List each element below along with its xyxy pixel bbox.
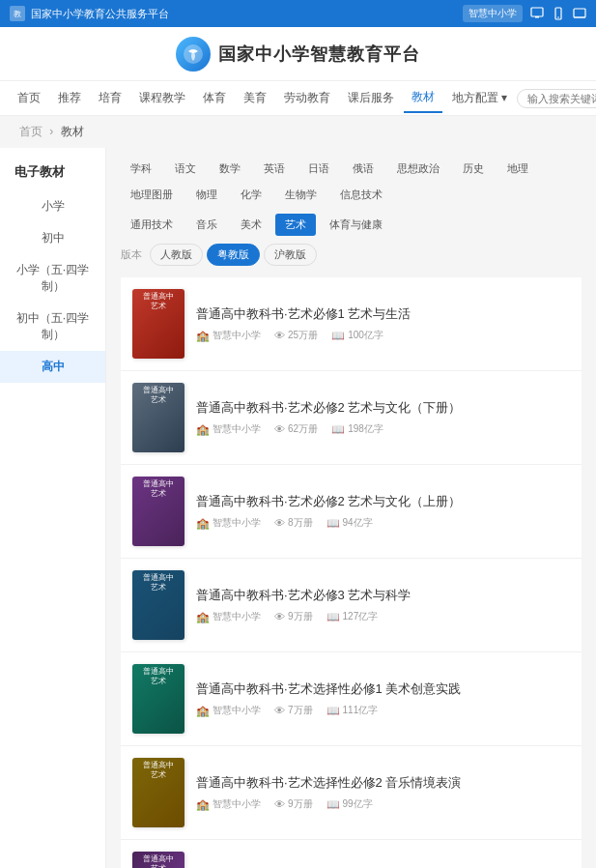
tab-pe[interactable]: 体育与健康: [320, 214, 392, 236]
views: 👁25万册: [274, 329, 318, 342]
size: 📖127亿字: [326, 610, 379, 623]
publisher: 🏫智慧中小学: [196, 797, 261, 811]
tab-chemistry[interactable]: 化学: [231, 184, 271, 206]
book-title: 普通高中教科书·艺术必修1 艺术与生活: [196, 305, 570, 323]
nav-after-school[interactable]: 课后服务: [340, 84, 402, 112]
tab-fine-arts[interactable]: 美术: [231, 214, 271, 236]
book-cover: 普通高中艺术: [132, 289, 184, 359]
tab-japanese[interactable]: 日语: [298, 158, 339, 180]
book-item[interactable]: 普通高中艺术 普通高中教科书·艺术必修2 艺术与文化（下册） 🏫智慧中小学 👁6…: [121, 371, 582, 465]
version-label: 版本: [121, 247, 142, 262]
sidebar-item-middle-54[interactable]: 初中（五·四学制）: [0, 303, 105, 351]
size: 📖100亿字: [331, 329, 383, 342]
tab-chinese[interactable]: 语文: [165, 158, 206, 180]
version-yuejiaoban[interactable]: 粤教版: [207, 244, 260, 266]
nav-textbook[interactable]: 教材: [404, 83, 442, 113]
nav-arts[interactable]: 美育: [236, 84, 274, 112]
book-meta: 🏫智慧中小学 👁9万册 📖99亿字: [196, 797, 570, 811]
book-info: 普通高中教科书·艺术必修2 艺术与文化（下册） 🏫智慧中小学 👁62万册 📖19…: [196, 399, 570, 436]
book-meta: 🏫智慧中小学 👁7万册 📖111亿字: [196, 704, 570, 717]
sidebar-item-middle[interactable]: 初中: [0, 222, 105, 254]
logo-area: 国家中小学智慧教育平台: [176, 37, 420, 72]
tab-history[interactable]: 历史: [453, 158, 494, 180]
svg-text:教: 教: [14, 10, 21, 18]
book-cover: 普通高中艺术: [132, 477, 184, 546]
size: 📖99亿字: [326, 797, 373, 811]
publisher: 🏫智慧中小学: [196, 610, 261, 623]
book-meta: 🏫智慧中小学 👁9万册 📖127亿字: [196, 610, 570, 623]
book-item[interactable]: 普通高中艺术 普通高中教科书·艺术选择性必修3 舞蹈创编与表演 🏫智慧中小学 👁…: [121, 840, 582, 868]
search-input[interactable]: [517, 89, 596, 108]
nav-labor[interactable]: 劳动教育: [276, 84, 338, 112]
views: 👁8万册: [274, 516, 313, 530]
size: 📖94亿字: [326, 516, 373, 530]
svg-rect-3: [535, 16, 539, 18]
tab-geo-atlas[interactable]: 地理图册: [121, 184, 183, 206]
smart-school-btn[interactable]: 智慧中小学: [463, 5, 523, 22]
sidebar-item-elementary-54[interactable]: 小学（五·四学制）: [0, 254, 105, 303]
sidebar: 电子教材 小学 初中 小学（五·四学制） 初中（五·四学制） 高中: [0, 148, 106, 868]
tab-subject[interactable]: 学科: [121, 158, 161, 180]
book-info: 普通高中教科书·艺术必修3 艺术与科学 🏫智慧中小学 👁9万册 📖127亿字: [196, 587, 570, 623]
sidebar-item-high[interactable]: 高中: [0, 351, 105, 383]
size: 📖198亿字: [331, 422, 383, 436]
tab-art[interactable]: 艺术: [275, 214, 316, 236]
top-bar-title: 国家中小学教育公共服务平台: [31, 7, 169, 21]
tab-english[interactable]: 英语: [254, 158, 295, 180]
views: 👁9万册: [274, 610, 313, 623]
nav-cultivate[interactable]: 培育: [91, 84, 129, 112]
cover-label: 普通高中艺术: [132, 477, 184, 503]
nav-sports[interactable]: 体育: [195, 84, 234, 112]
nav-home[interactable]: 首页: [10, 84, 48, 112]
phone-icon: [552, 7, 565, 20]
version-hujiaoban[interactable]: 沪教版: [264, 244, 317, 266]
nav-curriculum[interactable]: 课程教学: [131, 84, 193, 112]
book-item[interactable]: 普通高中艺术 普通高中教科书·艺术选择性必修2 音乐情境表演 🏫智慧中小学 👁9…: [121, 746, 582, 840]
svg-point-5: [557, 16, 559, 18]
subject-tabs: 学科 语文 数学 英语 日语 俄语 思想政治 历史 地理 地理图册 物理 化学 …: [121, 158, 582, 206]
publisher: 🏫智慧中小学: [196, 422, 261, 436]
book-item[interactable]: 普通高中艺术 普通高中教科书·艺术必修2 艺术与文化（上册） 🏫智慧中小学 👁8…: [121, 465, 582, 559]
breadcrumb: 首页 › 教材: [0, 116, 596, 148]
tab-physics[interactable]: 物理: [186, 184, 227, 206]
nav-local[interactable]: 地方配置 ▾: [444, 84, 515, 112]
tab-politics[interactable]: 思想政治: [387, 158, 449, 180]
tab-biology[interactable]: 生物学: [275, 184, 326, 206]
book-item[interactable]: 普通高中艺术 普通高中教科书·艺术必修3 艺术与科学 🏫智慧中小学 👁9万册 📖…: [121, 559, 582, 652]
content: 电子教材 小学 初中 小学（五·四学制） 初中（五·四学制） 高中 学科 语文 …: [0, 148, 596, 868]
logo-text: 国家中小学智慧教育平台: [218, 43, 420, 66]
book-item[interactable]: 普通高中艺术 普通高中教科书·艺术必修1 艺术与生活 🏫智慧中小学 👁25万册 …: [121, 277, 582, 371]
book-meta: 🏫智慧中小学 👁25万册 📖100亿字: [196, 329, 570, 342]
nav-recommend[interactable]: 推荐: [50, 84, 89, 112]
cover-label: 普通高中艺术: [132, 852, 184, 868]
size: 📖111亿字: [326, 704, 379, 717]
breadcrumb-sep: ›: [49, 125, 53, 138]
main-header: 国家中小学智慧教育平台: [0, 27, 596, 81]
svg-rect-2: [531, 8, 543, 16]
tab-geography[interactable]: 地理: [497, 158, 538, 180]
tab-math[interactable]: 数学: [210, 158, 250, 180]
tab-it[interactable]: 信息技术: [330, 184, 392, 206]
publisher: 🏫智慧中小学: [196, 516, 261, 530]
tab-general-tech[interactable]: 通用技术: [121, 214, 183, 236]
nav-search: 🔍 👤 用户556: [517, 85, 596, 111]
cover-label: 普通高中艺术: [132, 664, 184, 690]
book-title: 普通高中教科书·艺术必修3 艺术与科学: [196, 587, 570, 604]
book-item[interactable]: 普通高中艺术 普通高中教科书·艺术选择性必修1 美术创意实践 🏫智慧中小学 👁7…: [121, 652, 582, 746]
main-area: 学科 语文 数学 英语 日语 俄语 思想政治 历史 地理 地理图册 物理 化学 …: [106, 148, 596, 868]
top-bar-left: 教 国家中小学教育公共服务平台: [10, 6, 169, 21]
book-title: 普通高中教科书·艺术选择性必修1 美术创意实践: [196, 680, 570, 698]
book-info: 普通高中教科书·艺术选择性必修1 美术创意实践 🏫智慧中小学 👁7万册 📖111…: [196, 680, 570, 717]
sidebar-title: 电子教材: [0, 158, 105, 190]
book-info: 普通高中教科书·艺术必修2 艺术与文化（上册） 🏫智慧中小学 👁8万册 📖94亿…: [196, 493, 570, 530]
tv-icon: [573, 7, 586, 20]
tab-music[interactable]: 音乐: [186, 214, 227, 236]
platform-icon: 教: [10, 6, 25, 21]
cover-label: 普通高中艺术: [132, 383, 184, 409]
publisher: 🏫智慧中小学: [196, 704, 261, 717]
breadcrumb-home[interactable]: 首页: [19, 125, 43, 138]
book-cover: 普通高中艺术: [132, 664, 184, 734]
sidebar-item-elementary[interactable]: 小学: [0, 190, 105, 222]
tab-russian[interactable]: 俄语: [343, 158, 383, 180]
version-renjiaoban[interactable]: 人教版: [150, 244, 203, 266]
